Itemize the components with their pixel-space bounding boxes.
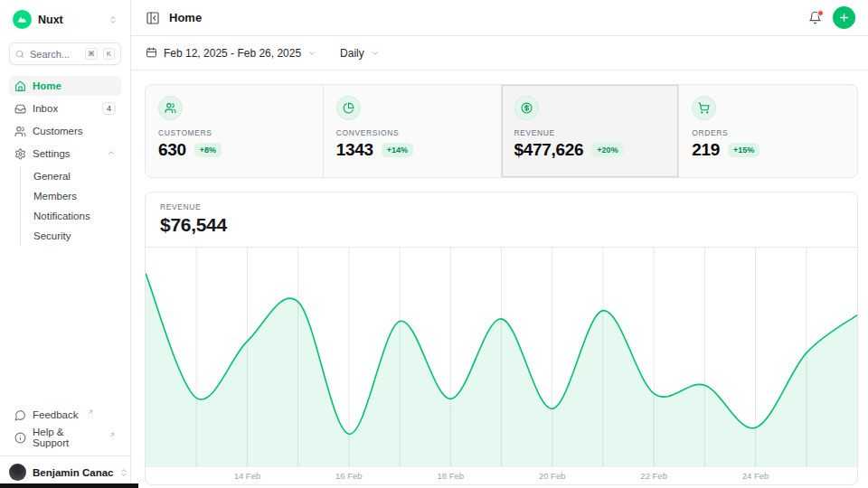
sidebar-item-label: Customers (33, 126, 83, 136)
date-range-value: Feb 12, 2025 - Feb 26, 2025 (164, 47, 301, 60)
page-title: Home (169, 11, 202, 24)
x-tick-label: 22 Feb (640, 471, 667, 481)
search-input[interactable]: Search... ⌘ K (9, 42, 121, 65)
calendar-icon (146, 47, 157, 59)
chevron-up-icon (107, 148, 116, 159)
stat-delta-badge: +14% (382, 143, 413, 157)
pie-chart-icon (336, 96, 361, 120)
stat-delta-badge: +8% (194, 143, 222, 157)
sidebar-item-label: Home (33, 80, 61, 91)
sidebar-item-inbox[interactable]: Inbox 4 (9, 99, 121, 118)
chart-header: REVENUE $76,544 (146, 192, 857, 247)
info-circle-icon (14, 432, 26, 444)
external-link-icon (108, 429, 116, 440)
gear-icon (14, 148, 26, 160)
revenue-area-chart[interactable] (146, 247, 857, 467)
workspace-switcher[interactable]: Nuxt (9, 8, 121, 31)
stats-row: CUSTOMERS 630 +8% CONVERSIONS 1343 +14% (145, 84, 858, 178)
chart-canvas (146, 248, 857, 467)
footer-link-label: Help & Support (33, 427, 100, 448)
inbox-count-badge: 4 (102, 102, 116, 115)
users-icon (158, 96, 183, 120)
chevron-down-icon (371, 49, 380, 58)
revenue-chart-card: REVENUE $76,544 14 Feb16 Feb18 Feb20 Feb… (145, 192, 858, 485)
chart-value: $76,544 (160, 214, 843, 236)
content-area: CUSTOMERS 630 +8% CONVERSIONS 1343 +14% (131, 70, 868, 488)
stat-card-conversions[interactable]: CONVERSIONS 1343 +14% (324, 85, 502, 177)
chat-bubble-icon (14, 409, 26, 421)
sidebar-item-notifications[interactable]: Notifications (21, 206, 121, 226)
stat-label: ORDERS (692, 128, 844, 137)
feedback-link[interactable]: Feedback (9, 405, 121, 425)
stat-value: 630 (158, 140, 186, 160)
stat-label: REVENUE (514, 128, 666, 137)
x-tick-label: 14 Feb (234, 471, 261, 481)
bottom-strip (0, 483, 138, 488)
period-value: Daily (340, 47, 364, 60)
chevron-down-icon (307, 49, 316, 58)
home-icon (14, 80, 26, 92)
chart-label: REVENUE (160, 202, 843, 211)
stat-value: 219 (692, 140, 720, 160)
stat-value: 1343 (336, 140, 373, 160)
user-name: Benjamin Canac (33, 467, 113, 478)
chevrons-up-down-icon (108, 12, 118, 28)
kbd-cmd: ⌘ (85, 48, 98, 60)
search-icon (15, 46, 24, 62)
inbox-icon (14, 103, 26, 115)
chevrons-up-down-icon (119, 465, 128, 481)
stat-card-customers[interactable]: CUSTOMERS 630 +8% (146, 85, 324, 177)
sidebar-footer: Feedback Help & Support (0, 405, 130, 455)
x-tick-label: 24 Feb (742, 471, 769, 481)
notifications-button[interactable] (808, 11, 822, 24)
external-link-icon (87, 407, 94, 418)
stat-delta-badge: +20% (591, 143, 623, 157)
x-tick-label: 16 Feb (335, 471, 363, 481)
stat-value: $477,626 (514, 140, 584, 160)
stat-card-orders[interactable]: ORDERS 219 +15% (679, 85, 857, 177)
x-tick-label: 20 Feb (539, 471, 566, 481)
main-panel: Home Feb 12, 2025 - Feb 26, 2025 (131, 0, 868, 488)
footer-link-label: Feedback (33, 409, 79, 420)
sidebar-item-members[interactable]: Members (21, 186, 121, 206)
help-support-link[interactable]: Help & Support (9, 427, 121, 447)
sidebar-item-label: Settings (33, 148, 71, 159)
avatar (9, 464, 26, 481)
sidebar-item-general[interactable]: General (21, 166, 121, 186)
users-icon (14, 126, 26, 137)
filter-toolbar: Feb 12, 2025 - Feb 26, 2025 Daily (131, 36, 868, 70)
stat-label: CONVERSIONS (336, 128, 488, 137)
sidebar-item-settings[interactable]: Settings (9, 144, 121, 164)
sidebar-collapse-button[interactable] (146, 11, 160, 25)
sidebar: Nuxt Search... ⌘ K Home (0, 0, 131, 488)
sidebar-item-home[interactable]: Home (9, 76, 121, 96)
sidebar-spacer (0, 248, 130, 405)
stat-card-revenue[interactable]: REVENUE $477,626 +20% (502, 85, 680, 177)
kbd-k: K (103, 48, 115, 60)
notification-dot (817, 10, 824, 16)
stat-delta-badge: +15% (728, 143, 760, 157)
stat-label: CUSTOMERS (158, 128, 310, 137)
nuxt-logo-icon (13, 10, 32, 29)
cart-icon (692, 96, 716, 120)
sidebar-item-security[interactable]: Security (21, 226, 121, 246)
workspace-name: Nuxt (38, 14, 63, 26)
sidebar-item-label: Inbox (33, 103, 58, 114)
search-placeholder: Search... (30, 49, 80, 60)
date-range-picker[interactable]: Feb 12, 2025 - Feb 26, 2025 (146, 47, 316, 60)
sidebar-item-customers[interactable]: Customers (9, 121, 121, 141)
x-tick-label: 18 Feb (437, 471, 464, 481)
period-select[interactable]: Daily (340, 47, 380, 60)
add-button[interactable] (833, 6, 855, 29)
x-axis: 14 Feb16 Feb18 Feb20 Feb22 Feb24 Feb (146, 467, 857, 484)
settings-children: General Members Notifications Security (20, 166, 121, 246)
page-header: Home (131, 0, 868, 36)
header-actions (808, 6, 855, 29)
dashboard-app: Nuxt Search... ⌘ K Home (0, 0, 868, 488)
dollar-circle-icon (514, 96, 539, 120)
sidebar-nav: Home Inbox 4 Customers Settings (0, 69, 130, 248)
